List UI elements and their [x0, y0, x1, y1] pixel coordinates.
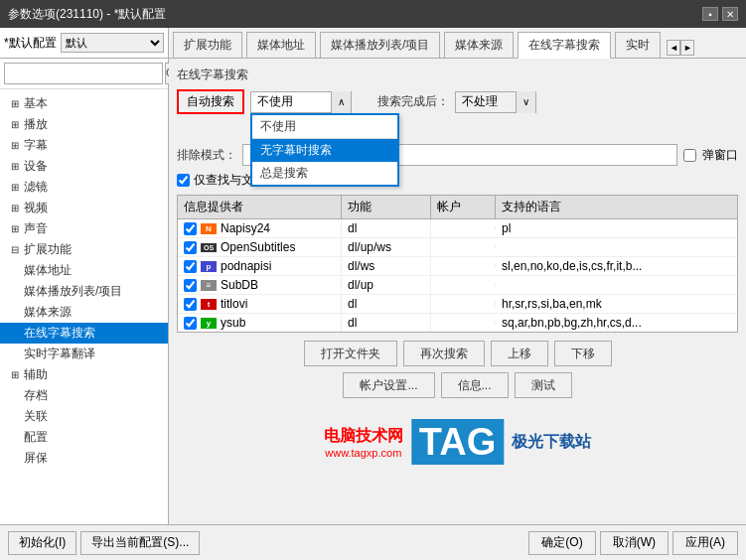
dropdown-menu: 不使用 无字幕时搜索 总是搜索 — [250, 113, 399, 187]
tree-item-config[interactable]: 配置 — [0, 427, 168, 448]
expand-icon: ⊞ — [8, 97, 22, 111]
after-search-arrow[interactable]: ∨ — [516, 91, 535, 113]
tree-item-media-playlist[interactable]: 媒体播放列表/项目 — [0, 281, 168, 302]
apply-button[interactable]: 应用(A) — [672, 531, 738, 555]
provider-logo-opensubtitles: OS — [201, 243, 217, 252]
move-down-button[interactable]: 下移 — [554, 341, 612, 366]
info-button[interactable]: 信息... — [441, 372, 509, 398]
table-row: OS OpenSubtitles dl/up/ws — [178, 238, 737, 257]
provider-lang — [496, 245, 737, 249]
tree-item-label: 声音 — [24, 220, 48, 237]
main-container: *默认配置 默认 扩展功能 媒体地址 媒体播放列表/项目 媒体来源 在线字幕搜索… — [0, 28, 746, 560]
dropdown-item-realtime[interactable]: 无字幕时搜索 — [252, 139, 397, 162]
provider-lang: sl,en,no,ko,de,is,cs,fr,it,b... — [496, 257, 737, 275]
tree-item-archive[interactable]: 存档 — [0, 385, 168, 406]
expand-icon: ⊞ — [8, 368, 22, 382]
pin-button[interactable]: ▪ — [702, 7, 718, 21]
tree-item-filter[interactable]: ⊞ 滤镜 — [0, 177, 168, 198]
col-header-func: 功能 — [342, 196, 431, 218]
tree-item-label: 存档 — [24, 387, 48, 404]
tab-media-playlist[interactable]: 媒体播放列表/项目 — [320, 32, 440, 58]
tab-prev-button[interactable]: ◄ — [667, 40, 680, 56]
provider-name: ysub — [221, 316, 245, 330]
tree-item-label: 视频 — [24, 200, 48, 216]
bottom-panel: 初始化(I) 导出当前配置(S)... 确定(O) 取消(W) 应用(A) — [0, 524, 746, 560]
providers-table: 信息提供者 功能 帐户 支持的语言 N Napisy24 dl — [177, 195, 738, 333]
dropdown-item-not-use[interactable]: 不使用 — [252, 115, 397, 139]
tree-item-ext[interactable]: ⊟ 扩展功能 — [0, 239, 168, 260]
watermark-red-text: 电脑技术网 — [324, 426, 403, 447]
tree-item-label: 媒体地址 — [24, 262, 72, 279]
tree-item-label: 辅助 — [24, 366, 48, 383]
tree-item-label: 基本 — [24, 95, 48, 112]
provider-account — [431, 245, 496, 249]
tree-item-assist[interactable]: ⊞ 辅助 — [0, 364, 168, 385]
tree-item-label: 设备 — [24, 158, 48, 175]
watermark-tag: TAG — [411, 419, 504, 465]
provider-checkbox-podnapisi[interactable] — [184, 260, 197, 273]
right-panel: 在线字幕搜索 自动搜索 不使用 ∧ — [169, 59, 746, 524]
cancel-button[interactable]: 取消(W) — [600, 531, 669, 555]
provider-name: titlovi — [221, 297, 247, 311]
search-area — [0, 59, 168, 89]
tree-item-basic[interactable]: ⊞ 基本 — [0, 93, 168, 114]
tree-item-video[interactable]: ⊞ 视频 — [0, 198, 168, 218]
expand-icon — [8, 389, 22, 403]
provider-func: dl/up/ws — [342, 238, 431, 256]
provider-checkbox-opensubtitles[interactable] — [184, 241, 197, 254]
tab-media-url[interactable]: 媒体地址 — [246, 32, 316, 58]
tab-next-button[interactable]: ► — [680, 40, 694, 56]
search-input[interactable] — [4, 63, 163, 84]
move-up-button[interactable]: 上移 — [491, 341, 548, 366]
window-controls: ▪ ✕ — [702, 7, 738, 21]
table-row: p podnapisi dl/ws sl,en,no,ko,de,is,cs,f… — [178, 257, 737, 276]
initialize-button[interactable]: 初始化(I) — [8, 531, 76, 555]
open-folder-button[interactable]: 打开文件夹 — [304, 341, 397, 366]
provider-func: dl/ws — [342, 257, 431, 275]
exact-match-checkbox[interactable] — [177, 174, 190, 187]
provider-lang: hr,sr,rs,si,ba,en,mk — [496, 295, 737, 313]
tree-item-media-source[interactable]: 媒体来源 — [0, 302, 168, 323]
provider-checkbox-ysub[interactable] — [184, 317, 197, 330]
tab-realtime[interactable]: 实时 — [615, 32, 661, 58]
tree-item-playback[interactable]: ⊞ 播放 — [0, 114, 168, 135]
tree-item-online-subtitle[interactable]: 在线字幕搜索 — [0, 323, 168, 344]
provider-checkbox-subdb[interactable] — [184, 279, 197, 292]
tree-item-media-url[interactable]: 媒体地址 — [0, 260, 168, 281]
close-button[interactable]: ✕ — [722, 7, 738, 21]
test-button[interactable]: 测试 — [515, 372, 572, 398]
provider-name: SubDB — [221, 278, 258, 292]
tab-online-subtitle[interactable]: 在线字幕搜索 — [518, 32, 611, 59]
ok-button[interactable]: 确定(O) — [528, 531, 595, 555]
auto-search-label: 自动搜索 — [177, 89, 244, 114]
table-header: 信息提供者 功能 帐户 支持的语言 — [178, 196, 737, 219]
section-title: 在线字幕搜索 — [177, 67, 738, 83]
dropdown-item-always[interactable]: 总是搜索 — [252, 162, 397, 185]
tree-item-realtime-subtitle[interactable]: 实时字幕翻译 — [0, 344, 168, 364]
dropdown-arrow[interactable]: ∧ — [331, 91, 351, 113]
tab-ext-func[interactable]: 扩展功能 — [173, 32, 242, 58]
provider-checkbox-titlovi[interactable] — [184, 298, 197, 311]
config-header: *默认配置 默认 — [0, 28, 169, 58]
tree-item-associate[interactable]: 关联 — [0, 406, 168, 427]
tree-item-audio[interactable]: ⊞ 声音 — [0, 218, 168, 239]
tree-item-device[interactable]: ⊞ 设备 — [0, 156, 168, 177]
left-panel: ⊞ 基本 ⊞ 播放 ⊞ 字幕 ⊞ 设备 — [0, 59, 169, 524]
expand-icon: ⊞ — [8, 160, 22, 174]
expand-icon: ⊞ — [8, 118, 22, 132]
tree-item-subtitle[interactable]: ⊞ 字幕 — [0, 135, 168, 156]
auto-search-dropdown: 不使用 ∧ 不使用 无字幕时搜索 总是搜索 — [250, 91, 352, 113]
tree-item-label: 实时字幕翻译 — [24, 346, 95, 362]
tree-item-label: 在线字幕搜索 — [24, 325, 95, 342]
provider-account — [431, 226, 496, 230]
tree-item-label: 播放 — [24, 116, 48, 133]
popup-checkbox[interactable] — [683, 149, 696, 162]
tree-item-screensaver[interactable]: 屏保 — [0, 448, 168, 469]
tab-media-source[interactable]: 媒体来源 — [444, 32, 514, 58]
account-settings-button[interactable]: 帐户设置... — [343, 372, 434, 398]
export-config-button[interactable]: 导出当前配置(S)... — [80, 531, 200, 555]
search-again-button[interactable]: 再次搜索 — [403, 341, 485, 366]
after-search-label: 搜索完成后： — [377, 93, 449, 110]
provider-checkbox-napisy[interactable] — [184, 222, 197, 235]
config-select[interactable]: 默认 — [61, 33, 164, 53]
